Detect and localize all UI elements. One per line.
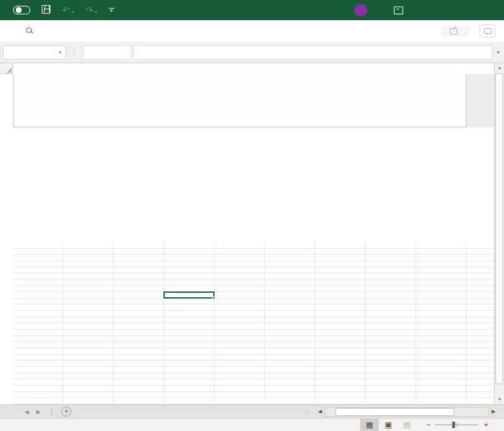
page-break-view-button[interactable]: ▤ [397,419,416,431]
empty-cells-region[interactable] [13,242,494,404]
zoom-in-button[interactable]: + [484,421,488,429]
title-bar: ↶▾ ↷▾ ▾ [0,0,504,20]
undo-chevron-icon: ▾ [71,9,74,14]
select-all-button[interactable] [0,63,13,74]
maximize-button[interactable] [444,0,474,20]
zoom-slider-midpoint [456,423,456,427]
tabbar-resize-handle[interactable]: ⋮ [303,408,310,415]
page-layout-view-button[interactable]: ▣ [379,419,397,431]
formula-input[interactable] [133,45,492,60]
share-icon [450,28,457,35]
save-icon [42,5,50,14]
redo-chevron-icon: ▾ [94,9,97,14]
selected-cell-outline[interactable] [163,291,215,299]
autosave-control[interactable] [9,6,30,14]
redo-button[interactable]: ↷▾ [85,5,96,16]
zoom-out-button[interactable]: − [426,421,431,429]
fill-handle[interactable] [212,296,215,299]
new-sheet-button[interactable]: + [61,407,71,417]
toggle-dot-icon [16,7,22,13]
name-box[interactable]: ▾ [3,45,66,60]
page-layout-icon: ▣ [384,420,392,430]
sheet-nav-left-icon[interactable]: ◀ [24,409,29,415]
tab-divider: | [46,405,57,418]
title-merged-cell[interactable] [13,74,467,127]
excel-window: ↶▾ ↷▾ ▾ ▾ ⋮ [0,0,504,431]
save-button[interactable] [42,5,50,16]
scroll-down-icon[interactable]: ▼ [495,395,504,404]
close-button[interactable] [474,0,504,20]
sheet-nav-right-icon[interactable]: ▶ [36,409,40,415]
zoom-slider-thumb[interactable] [452,422,455,428]
vertical-scrollbar-thumb[interactable] [495,73,503,384]
qat-chevron-icon: ▾ [109,9,114,12]
ribbon-display-options-button[interactable] [383,0,413,20]
scroll-right-icon[interactable]: ▶ [489,409,498,414]
autosave-toggle[interactable] [13,6,30,14]
ribbon-tab-bar [0,20,504,42]
ribbon-display-options-icon [394,6,403,14]
share-button[interactable] [441,26,469,37]
search-box[interactable] [26,27,38,35]
page-break-icon: ▤ [403,420,410,430]
horizontal-scrollbar[interactable] [325,407,489,417]
minimize-button[interactable] [413,0,444,20]
vertical-scrollbar[interactable]: ▲ ▼ [494,63,504,404]
formula-bar-divider: ⋮ [71,48,78,56]
redo-icon: ↷ [85,5,93,16]
search-icon [26,27,33,35]
name-box-dropdown-icon[interactable]: ▾ [54,50,66,55]
undo-icon: ↶ [62,5,70,16]
scroll-up-icon[interactable]: ▲ [495,63,504,73]
quick-access-toolbar-button[interactable]: ▾ [109,8,114,12]
worksheet-grid: ▲ ▼ [0,63,504,404]
normal-view-icon: ▦ [366,420,373,430]
sheet-tab-bar: ◀ ▶ | + ⋮ ◀ ▶ [0,404,504,418]
normal-view-button[interactable]: ▦ [360,419,379,431]
avatar[interactable] [354,4,367,17]
horizontal-scrollbar-thumb[interactable] [336,408,454,416]
status-bar: ▦ ▣ ▤ − + [0,418,504,431]
undo-button[interactable]: ↶▾ [62,5,73,16]
comments-button[interactable] [480,24,495,37]
formula-bar-expand-icon[interactable]: ▾ [492,50,504,55]
unused-cells-region[interactable] [467,74,494,127]
scroll-left-icon[interactable]: ◀ [315,409,325,414]
comment-icon [484,28,492,34]
formula-bar: ▾ ⋮ ▾ [0,42,504,63]
zoom-slider[interactable] [435,425,478,425]
